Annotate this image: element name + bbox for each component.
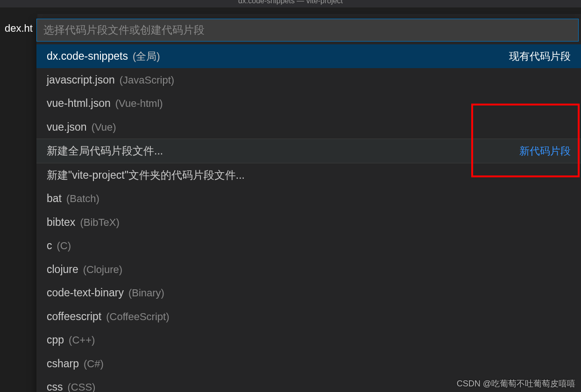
snippet-item-c[interactable]: c (C)	[36, 234, 581, 258]
item-label: vue.json	[47, 119, 87, 135]
item-main: c (C)	[47, 238, 71, 254]
item-description: (Batch)	[66, 191, 99, 206]
snippet-item-csharp[interactable]: csharp (C#)	[36, 352, 581, 376]
item-label: css	[47, 379, 63, 392]
item-description: (Vue-html)	[115, 96, 163, 111]
item-label: cpp	[47, 332, 64, 348]
item-main: cpp (C++)	[47, 332, 95, 348]
item-description: (C)	[57, 238, 71, 253]
item-description: (BibTeX)	[80, 215, 119, 230]
item-description: (C#)	[84, 356, 104, 371]
item-label: bibtex	[47, 214, 75, 231]
item-description: (Binary)	[128, 285, 164, 301]
item-label: 新建全局代码片段文件...	[47, 143, 163, 159]
item-main: 新建"vite-project"文件夹的代码片段文件...	[47, 167, 245, 183]
item-main: bibtex (BibTeX)	[47, 214, 120, 231]
item-label: 新建"vite-project"文件夹的代码片段文件...	[47, 167, 245, 183]
item-label: clojure	[47, 261, 78, 278]
watermark: CSDN @吃葡萄不吐葡萄皮嘻嘻	[457, 378, 575, 389]
item-label: code-text-binary	[47, 285, 124, 301]
snippet-item-coffeescript[interactable]: coffeescript (CoffeeScript)	[36, 305, 581, 329]
item-main: javascript.json (JavaScript)	[47, 72, 174, 88]
snippet-item-vue-html[interactable]: vue-html.json (Vue-html)	[36, 91, 581, 115]
snippet-item-cpp[interactable]: cpp (C++)	[36, 328, 581, 352]
item-description: (CoffeeScript)	[106, 309, 169, 324]
item-description: (C++)	[69, 332, 95, 348]
item-label: csharp	[47, 356, 79, 372]
snippet-search-input[interactable]	[36, 19, 579, 42]
snippet-item-bat[interactable]: bat (Batch)	[36, 187, 581, 210]
snippet-item-code-text-binary[interactable]: code-text-binary (Binary)	[36, 281, 581, 305]
snippet-item-new-global[interactable]: 新建全局代码片段文件... 新代码片段	[36, 139, 581, 163]
item-description: (CSS)	[68, 379, 96, 392]
item-label: dx.code-snippets	[47, 48, 128, 64]
item-description: (JavaScript)	[120, 72, 174, 88]
item-main: bat (Batch)	[47, 190, 99, 207]
snippet-item-new-project[interactable]: 新建"vite-project"文件夹的代码片段文件...	[36, 163, 581, 187]
snippet-item-javascript[interactable]: javascript.json (JavaScript)	[36, 68, 581, 92]
item-main: vue-html.json (Vue-html)	[47, 95, 163, 112]
section-label-existing: 现有代码片段	[509, 49, 571, 64]
item-main: css (CSS)	[47, 379, 95, 392]
section-label-new: 新代码片段	[519, 143, 571, 159]
quick-picker: dx.code-snippets (全局) 现有代码片段 javascript.…	[36, 19, 581, 392]
window-title: dx.code-snippets — vite-project	[238, 0, 343, 5]
item-main: dx.code-snippets (全局)	[47, 48, 160, 64]
tab-label: dex.ht	[5, 22, 33, 35]
item-label: coffeescript	[47, 308, 101, 325]
title-bar: dx.code-snippets — vite-project	[0, 0, 581, 7]
item-main: code-text-binary (Binary)	[47, 285, 164, 301]
snippet-item-vue[interactable]: vue.json (Vue)	[36, 115, 581, 140]
item-label: bat	[47, 190, 62, 207]
item-main: csharp (C#)	[47, 356, 104, 372]
item-main: 新建全局代码片段文件...	[47, 143, 163, 159]
item-label: vue-html.json	[47, 95, 111, 112]
item-label: c	[47, 238, 52, 254]
item-description: (Vue)	[92, 119, 116, 135]
item-main: coffeescript (CoffeeScript)	[47, 308, 170, 325]
item-description: (Clojure)	[83, 262, 122, 277]
item-main: clojure (Clojure)	[47, 261, 122, 278]
snippet-item-bibtex[interactable]: bibtex (BibTeX)	[36, 210, 581, 234]
snippet-list: dx.code-snippets (全局) 现有代码片段 javascript.…	[36, 44, 581, 392]
item-label: javascript.json	[47, 72, 115, 88]
snippet-item-clojure[interactable]: clojure (Clojure)	[36, 258, 581, 281]
snippet-item-dx[interactable]: dx.code-snippets (全局) 现有代码片段	[36, 44, 581, 68]
item-description: (全局)	[133, 49, 160, 64]
tab-index-html[interactable]: dex.ht	[0, 14, 37, 42]
item-main: vue.json (Vue)	[47, 119, 116, 135]
